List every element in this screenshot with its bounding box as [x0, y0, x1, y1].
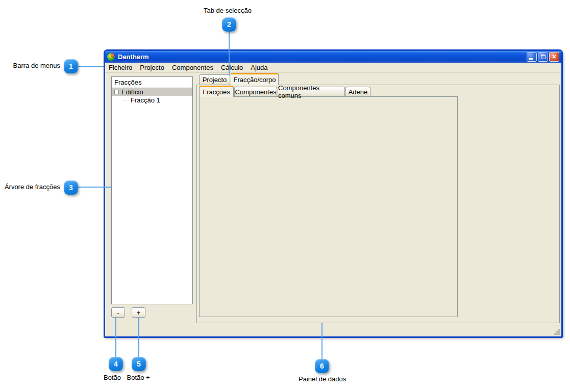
- maximize-button[interactable]: [538, 52, 548, 62]
- tab-projecto[interactable]: Projecto: [199, 74, 230, 85]
- callout-line-1: [78, 66, 104, 67]
- remove-fraction-button[interactable]: -: [111, 307, 125, 318]
- menu-ficheiro[interactable]: Ficheiro: [109, 64, 132, 71]
- maximize-icon: [541, 55, 546, 59]
- callout-line-5: [138, 318, 139, 357]
- callout-badge-1: 1: [64, 59, 78, 73]
- menu-ajuda[interactable]: Ajuda: [251, 64, 267, 71]
- callout-label-tab: Tab de selecção: [204, 7, 252, 14]
- collapse-icon[interactable]: [114, 90, 119, 94]
- callout-line-3: [78, 187, 111, 188]
- app-icon: [107, 53, 115, 61]
- callout-label-tree: Árvore de fracções: [3, 183, 60, 191]
- callout-line-2: [229, 31, 230, 75]
- tree-connector: [123, 100, 129, 100]
- tree-item-label: Fracção 1: [131, 96, 160, 104]
- callout-badge-4: 4: [109, 357, 123, 371]
- minimize-button[interactable]: [527, 52, 537, 62]
- callout-line-4: [115, 318, 116, 357]
- page: Barra de menus 1 Tab de selecção 2 Árvor…: [0, 0, 570, 392]
- fractions-tree: Fracções Edifício Fracção 1: [111, 76, 193, 304]
- tree-item-label: Edifício: [121, 88, 143, 96]
- fraccoes-panel: [199, 96, 458, 317]
- tab-componentes-comuns[interactable]: Componentes comuns: [278, 87, 345, 96]
- title-bar[interactable]: Dentherm ×: [105, 51, 561, 63]
- callout-label-menubar: Barra de menus: [5, 62, 60, 69]
- close-button[interactable]: ×: [549, 52, 559, 62]
- tree-header: Fracções: [112, 77, 192, 88]
- menu-componentes[interactable]: Componentes: [172, 64, 213, 71]
- callout-label-panel: Painel de dados: [299, 375, 346, 383]
- callout-badge-3: 3: [64, 180, 78, 195]
- tab-componentes[interactable]: Componentes: [234, 87, 277, 96]
- callout-label-buttons: Botão - Botão +: [104, 374, 150, 381]
- add-fraction-button[interactable]: +: [132, 307, 145, 318]
- callout-badge-2: 2: [222, 17, 236, 32]
- callout-badge-5: 5: [132, 357, 146, 371]
- app-window: Dentherm × Ficheiro Projecto Componentes…: [104, 49, 563, 338]
- callout-badge-6: 6: [315, 359, 329, 373]
- callout-line-6: [321, 323, 323, 359]
- tab-adene[interactable]: Adene: [345, 87, 370, 96]
- tab-fraccoes[interactable]: Fracções: [199, 86, 234, 97]
- window-title: Dentherm: [118, 53, 149, 61]
- menu-calculo[interactable]: Cálculo: [221, 64, 243, 71]
- resize-grip[interactable]: [553, 328, 560, 335]
- tab-fraccao-corpo[interactable]: Fracção/corpo: [231, 73, 279, 85]
- minimize-icon: [529, 58, 533, 60]
- menu-projecto[interactable]: Projecto: [140, 64, 164, 71]
- tree-item-edificio[interactable]: Edifício: [112, 88, 192, 96]
- menu-bar: Ficheiro Projecto Componentes Cálculo Aj…: [105, 63, 561, 73]
- tree-item-fraccao1[interactable]: Fracção 1: [112, 96, 192, 104]
- close-icon: ×: [552, 53, 556, 61]
